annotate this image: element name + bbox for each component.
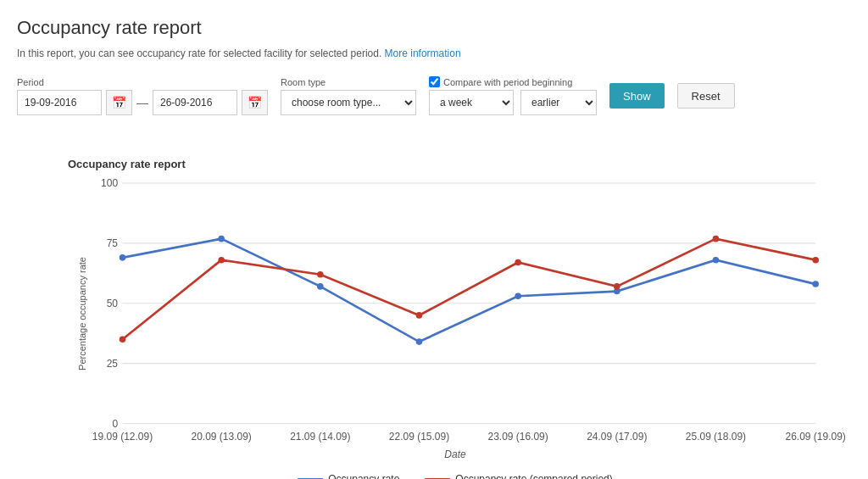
legend-item-red: Occupancy rate (compared period) <box>425 473 612 479</box>
svg-text:75: 75 <box>107 237 119 249</box>
svg-text:21.09 (14.09): 21.09 (14.09) <box>290 431 350 443</box>
legend-item-blue: Occupancy rate <box>298 473 399 479</box>
date-start-input[interactable] <box>17 90 102 115</box>
legend: Occupancy rate Occupancy rate (compared … <box>76 473 834 479</box>
svg-text:25: 25 <box>107 358 119 370</box>
dot-blue-4 <box>515 292 521 299</box>
compare-selects: a weektwo weeksa month earlierlater <box>429 90 597 115</box>
dot-blue-3 <box>416 338 423 345</box>
dot-blue-1 <box>218 236 225 242</box>
svg-text:24.09 (17.09): 24.09 (17.09) <box>587 431 647 443</box>
svg-text:100: 100 <box>101 177 118 189</box>
dot-red-3 <box>416 312 423 319</box>
dot-red-2 <box>317 271 324 278</box>
compare-checkbox[interactable] <box>429 76 440 87</box>
more-info-link[interactable]: More information <box>385 47 461 59</box>
dot-red-5 <box>614 283 620 290</box>
chart-svg: 100 75 50 25 0 19.09 (12.09) 20.09 (13.0… <box>76 183 834 442</box>
dot-blue-2 <box>317 283 324 290</box>
dot-blue-7 <box>812 281 819 287</box>
info-text: In this report, you can see occupancy ra… <box>17 47 851 59</box>
dot-red-7 <box>812 257 819 264</box>
period-dash: — <box>136 96 148 109</box>
legend-label-blue: Occupancy rate <box>328 473 399 479</box>
compare-label[interactable]: Compare with period beginning <box>429 76 597 87</box>
dot-blue-6 <box>713 257 720 264</box>
svg-text:0: 0 <box>112 418 118 430</box>
calendar-start-button[interactable]: 📅 <box>106 90 132 115</box>
chart-area: Percentage occupancy rate 100 75 50 25 0… <box>76 183 834 444</box>
show-button[interactable]: Show <box>609 83 665 109</box>
dot-red-4 <box>515 259 521 266</box>
svg-text:20.09 (13.09): 20.09 (13.09) <box>192 431 252 443</box>
svg-text:23.09 (16.09): 23.09 (16.09) <box>487 431 548 443</box>
red-line <box>123 239 816 340</box>
dot-red-0 <box>120 336 126 343</box>
legend-label-red: Occupancy rate (compared period) <box>455 473 612 479</box>
dot-red-1 <box>218 257 225 264</box>
svg-text:19.09 (12.09): 19.09 (12.09) <box>92 431 153 443</box>
room-type-select[interactable]: choose room type... <box>281 90 416 115</box>
room-type-label: Room type <box>281 77 416 87</box>
chart-title: Occupancy rate report <box>68 158 834 170</box>
blue-line <box>123 239 816 342</box>
controls-bar: Period 📅 — 📅 Room type choose room type.… <box>17 76 851 115</box>
earlier-select[interactable]: earlierlater <box>520 90 597 115</box>
compare-group: Compare with period beginning a weektwo … <box>429 76 597 115</box>
date-end-input[interactable] <box>153 90 237 115</box>
room-type-group: Room type choose room type... <box>281 77 416 115</box>
x-axis-label: Date <box>76 448 834 460</box>
page-title: Occupancy rate report <box>17 17 851 39</box>
svg-text:22.09 (15.09): 22.09 (15.09) <box>389 431 449 443</box>
period-inputs: 📅 — 📅 <box>17 90 268 115</box>
svg-text:50: 50 <box>107 298 119 309</box>
svg-text:26.09 (19.09): 26.09 (19.09) <box>786 431 846 443</box>
reset-button[interactable]: Reset <box>677 83 735 109</box>
dot-blue-0 <box>120 254 126 261</box>
calendar-end-button[interactable]: 📅 <box>242 90 268 115</box>
week-select[interactable]: a weektwo weeksa month <box>429 90 514 115</box>
chart-container: Occupancy rate report Percentage occupan… <box>17 141 851 479</box>
y-axis-label: Percentage occupancy rate <box>77 257 87 370</box>
period-label: Period <box>17 77 268 87</box>
period-group: Period 📅 — 📅 <box>17 77 268 115</box>
dot-red-6 <box>713 236 720 242</box>
svg-text:25.09 (18.09): 25.09 (18.09) <box>686 431 746 443</box>
